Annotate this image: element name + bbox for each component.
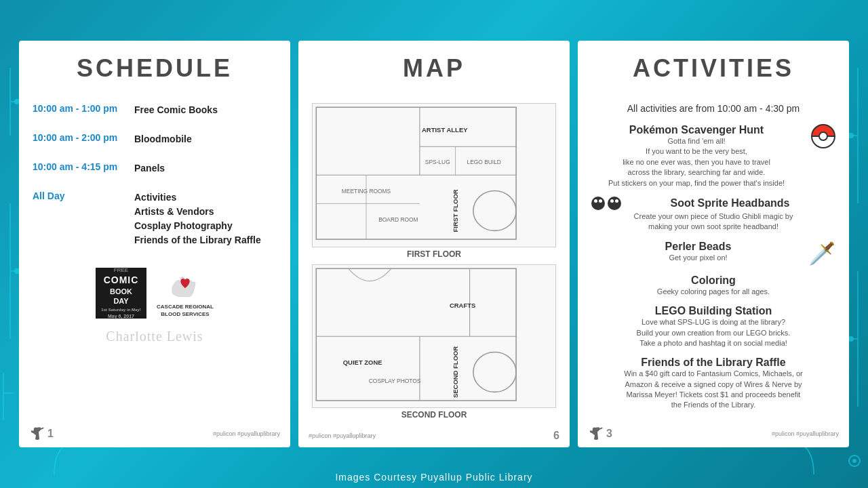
activity-name: Pokémon Scavenger Hunt: [591, 124, 802, 136]
sword-icon: 🗡️: [808, 241, 835, 266]
soot-sprites-icons: [591, 197, 621, 210]
activity-name: Soot Sprite Headbands: [625, 197, 835, 209]
activities-footer: 3 #pulicon #puyalluplibrary: [578, 426, 849, 442]
comic-label: COMIC: [104, 274, 139, 286]
specific-date: May 6, 2017: [108, 313, 134, 319]
schedule-event: Bloodmobile: [134, 132, 192, 146]
activity-soot-sprite: Soot Sprite Headbands Create your own pi…: [591, 197, 835, 232]
activities-title: ACTIVITIES: [591, 54, 835, 83]
page-number: 3: [606, 428, 612, 440]
cascade-logo: CASCADE REGIONALBLOOD SERVICES: [157, 268, 214, 318]
event-name: Activities: [134, 190, 261, 205]
svg-point-37: [473, 352, 516, 392]
activity-coloring: Coloring Geeky coloring pages for all ag…: [591, 274, 835, 297]
map-page-number: 6: [553, 430, 559, 442]
first-floor-svg: ARTIST ALLEY SPS-LUG LEGO BUILD MEETING …: [313, 104, 555, 247]
second-floor: QUIET ZONE CRAFTS COSPLAY PHOTOS SECOND …: [312, 264, 556, 420]
schedule-rows: 10:00 am - 1:00 pm Free Comic Books 10:0…: [33, 103, 277, 247]
schedule-time: 10:00 am - 2:00 pm: [33, 132, 121, 143]
schedule-event: Panels: [134, 161, 165, 176]
footer-text: Images Courtesy Puyallup Public Library: [0, 472, 868, 483]
schedule-row: 10:00 am - 1:00 pm Free Comic Books: [33, 103, 277, 117]
schedule-row: All Day Activities Artists & Vendors Cos…: [33, 190, 277, 247]
pokeball-icon: [811, 124, 835, 148]
free-comic-logo: FREE COMIC BOOK DAY 1st Saturday in May!…: [96, 268, 146, 319]
event-name: Cosplay Photography: [134, 219, 261, 233]
event-name: Artists & Vendors: [134, 205, 261, 219]
activity-perler: Perler Beads Get your pixel on! 🗡️: [591, 241, 835, 266]
schedule-event: Activities Artists & Vendors Cosplay Pho…: [134, 190, 261, 247]
event-name: Friends of the Library Raffle: [134, 233, 261, 247]
map-container: ARTIST ALLEY SPS-LUG LEGO BUILD MEETING …: [312, 103, 556, 420]
date-label: 1st Saturday in May!: [101, 308, 140, 313]
second-floor-svg: QUIET ZONE CRAFTS COSPLAY PHOTOS SECOND …: [313, 265, 555, 408]
svg-text:COSPLAY PHOTOS: COSPLAY PHOTOS: [369, 377, 421, 384]
first-floor-label: FIRST FLOOR: [312, 249, 556, 259]
activities-card: ACTIVITIES All activities are from 10:00…: [578, 41, 849, 447]
map-card: MAP: [298, 41, 570, 447]
cascade-heart-icon: [168, 268, 202, 302]
schedule-event: Free Comic Books: [134, 103, 218, 117]
schedule-time: All Day: [33, 190, 121, 201]
second-floor-map: QUIET ZONE CRAFTS COSPLAY PHOTOS SECOND …: [312, 264, 556, 409]
activities-subtitle: All activities are from 10:00 am - 4:30 …: [591, 103, 835, 114]
footer-bird-right: 3: [588, 426, 612, 442]
activity-desc: Geeky coloring pages for all ages.: [591, 287, 835, 297]
svg-text:FIRST FLOOR: FIRST FLOOR: [452, 189, 459, 232]
schedule-time: 10:00 am - 4:15 pm: [33, 161, 121, 172]
photographer-credit: Charlotte Lewis: [33, 329, 277, 344]
svg-text:SPS-LUG: SPS-LUG: [425, 159, 450, 165]
svg-text:ARTIST ALLEY: ARTIST ALLEY: [422, 126, 468, 134]
activity-name: Friends of the Library Raffle: [591, 357, 835, 369]
first-floor: ARTIST ALLEY SPS-LUG LEGO BUILD MEETING …: [312, 103, 556, 259]
activity-pokemon: Pokémon Scavenger Hunt Gotta find 'em al…: [591, 124, 835, 188]
event-name: Panels: [134, 161, 165, 176]
svg-text:BOARD ROOM: BOARD ROOM: [378, 216, 418, 223]
map-title: MAP: [312, 54, 556, 83]
schedule-row: 10:00 am - 4:15 pm Panels: [33, 161, 277, 176]
bird-icon: [588, 426, 604, 442]
page-number: 1: [47, 428, 54, 440]
schedule-card: SCHEDULE 10:00 am - 1:00 pm Free Comic B…: [19, 41, 290, 447]
activity-desc: Gotta find 'em all! If you want to be th…: [591, 136, 802, 188]
first-floor-map: ARTIST ALLEY SPS-LUG LEGO BUILD MEETING …: [312, 103, 556, 247]
cascade-name: CASCADE REGIONALBLOOD SERVICES: [157, 304, 214, 318]
footer-bird-left: 1: [29, 426, 54, 442]
event-name: Free Comic Books: [134, 103, 218, 117]
activity-name: LEGO Building Station: [591, 305, 835, 317]
book-label: BOOK: [110, 287, 132, 296]
activity-desc: Get your pixel on!: [591, 253, 805, 263]
soot-sprite-icon: [591, 197, 605, 210]
activity-name: Perler Beads: [591, 241, 805, 253]
pokeball-icon-container: [811, 124, 835, 151]
logos-row: FREE COMIC BOOK DAY 1st Saturday in May!…: [33, 268, 277, 319]
day-label: DAY: [113, 296, 128, 306]
soot-sprite-row: Soot Sprite Headbands: [591, 197, 835, 210]
activity-desc: Love what SPS-LUG is doing at the librar…: [591, 317, 835, 348]
schedule-title: SCHEDULE: [33, 54, 277, 83]
schedule-footer: 1 #pulicon #puyalluplibrary: [19, 426, 290, 442]
activity-desc: Win a $40 gift card to Fantasium Comics,…: [591, 369, 835, 411]
svg-text:SECOND FLOOR: SECOND FLOOR: [452, 346, 459, 397]
activity-raffle: Friends of the Library Raffle Win a $40 …: [591, 357, 835, 411]
activity-desc: Create your own piece of Studio Ghibli m…: [591, 211, 835, 232]
perler-content: Perler Beads Get your pixel on!: [591, 241, 805, 263]
svg-text:QUIET ZONE: QUIET ZONE: [343, 359, 382, 366]
svg-text:MEETING ROOMS: MEETING ROOMS: [342, 188, 391, 195]
activity-lego: LEGO Building Station Love what SPS-LUG …: [591, 305, 835, 348]
activities-footer-hash: #pulicon #puyalluplibrary: [772, 430, 839, 437]
activity-name: Coloring: [591, 274, 835, 287]
svg-text:LEGO BUILD: LEGO BUILD: [467, 159, 500, 165]
schedule-time: 10:00 am - 1:00 pm: [33, 103, 121, 114]
event-name: Bloodmobile: [134, 132, 192, 146]
svg-text:CRAFTS: CRAFTS: [450, 302, 475, 309]
cards-container: SCHEDULE 10:00 am - 1:00 pm Free Comic B…: [17, 41, 851, 447]
soot-sprite-icon: [608, 197, 621, 210]
bird-icon: [29, 426, 45, 442]
second-floor-label: SECOND FLOOR: [312, 410, 556, 420]
schedule-row: 10:00 am - 2:00 pm Bloodmobile: [33, 132, 277, 146]
map-footer-hash: #pulicon #puyalluplibrary: [309, 432, 376, 439]
map-footer: #pulicon #puyalluplibrary 6: [298, 430, 570, 442]
free-label: FREE: [114, 267, 128, 274]
footer-hashtags: #pulicon #puyalluplibrary: [213, 430, 280, 437]
